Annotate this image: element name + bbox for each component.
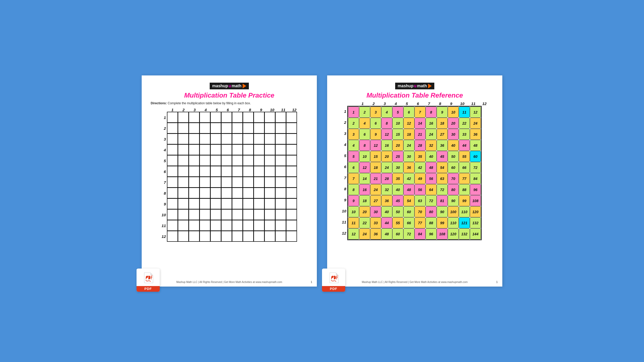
practice-cell[interactable] bbox=[210, 198, 221, 209]
practice-cell[interactable] bbox=[210, 187, 221, 199]
practice-cell[interactable] bbox=[275, 123, 286, 134]
practice-cell[interactable] bbox=[189, 166, 200, 177]
practice-cell[interactable] bbox=[199, 177, 210, 188]
practice-cell[interactable] bbox=[221, 133, 232, 144]
practice-cell[interactable] bbox=[275, 177, 286, 188]
practice-cell[interactable] bbox=[167, 198, 178, 209]
practice-cell[interactable] bbox=[232, 187, 243, 199]
practice-cell[interactable] bbox=[253, 166, 265, 177]
practice-cell[interactable] bbox=[178, 220, 189, 231]
practice-cell[interactable] bbox=[243, 166, 254, 177]
practice-cell[interactable] bbox=[221, 112, 232, 123]
practice-cell[interactable] bbox=[264, 166, 275, 177]
practice-cell[interactable] bbox=[178, 133, 189, 144]
practice-cell[interactable] bbox=[253, 155, 265, 166]
practice-cell[interactable] bbox=[264, 187, 275, 199]
practice-cell[interactable] bbox=[253, 177, 265, 188]
practice-cell[interactable] bbox=[275, 220, 286, 231]
practice-cell[interactable] bbox=[275, 198, 286, 209]
practice-cell[interactable] bbox=[286, 133, 297, 144]
practice-cell[interactable] bbox=[167, 133, 178, 144]
practice-cell[interactable] bbox=[178, 166, 189, 177]
practice-cell[interactable] bbox=[221, 123, 232, 134]
practice-cell[interactable] bbox=[221, 187, 232, 199]
practice-cell[interactable] bbox=[232, 209, 243, 220]
practice-cell[interactable] bbox=[253, 133, 265, 144]
practice-cell[interactable] bbox=[286, 220, 297, 231]
practice-cell[interactable] bbox=[286, 209, 297, 220]
practice-cell[interactable] bbox=[210, 166, 221, 177]
practice-cell[interactable] bbox=[286, 231, 297, 242]
practice-cell[interactable] bbox=[253, 220, 265, 231]
practice-cell[interactable] bbox=[189, 123, 200, 134]
practice-cell[interactable] bbox=[264, 231, 275, 242]
practice-cell[interactable] bbox=[275, 155, 286, 166]
practice-cell[interactable] bbox=[275, 166, 286, 177]
practice-cell[interactable] bbox=[286, 166, 297, 177]
practice-cell[interactable] bbox=[275, 231, 286, 242]
practice-cell[interactable] bbox=[275, 112, 286, 123]
practice-cell[interactable] bbox=[167, 209, 178, 220]
practice-cell[interactable] bbox=[199, 187, 210, 199]
practice-cell[interactable] bbox=[286, 123, 297, 134]
practice-cell[interactable] bbox=[199, 144, 210, 155]
practice-cell[interactable] bbox=[178, 177, 189, 188]
practice-cell[interactable] bbox=[243, 133, 254, 144]
practice-cell[interactable] bbox=[264, 123, 275, 134]
practice-cell[interactable] bbox=[189, 231, 200, 242]
practice-cell[interactable] bbox=[253, 144, 265, 155]
practice-cell[interactable] bbox=[232, 231, 243, 242]
practice-cell[interactable] bbox=[232, 123, 243, 134]
practice-cell[interactable] bbox=[210, 209, 221, 220]
practice-cell[interactable] bbox=[243, 231, 254, 242]
practice-cell[interactable] bbox=[189, 220, 200, 231]
practice-cell[interactable] bbox=[189, 144, 200, 155]
practice-cell[interactable] bbox=[221, 231, 232, 242]
practice-cell[interactable] bbox=[178, 187, 189, 199]
practice-cell[interactable] bbox=[189, 198, 200, 209]
practice-cell[interactable] bbox=[253, 112, 265, 123]
practice-cell[interactable] bbox=[199, 123, 210, 134]
practice-cell[interactable] bbox=[189, 209, 200, 220]
practice-cell[interactable] bbox=[167, 123, 178, 134]
practice-cell[interactable] bbox=[167, 231, 178, 242]
practice-cell[interactable] bbox=[243, 177, 254, 188]
practice-cell[interactable] bbox=[199, 209, 210, 220]
practice-cell[interactable] bbox=[275, 187, 286, 199]
practice-cell[interactable] bbox=[264, 144, 275, 155]
practice-cell[interactable] bbox=[232, 144, 243, 155]
practice-cell[interactable] bbox=[253, 123, 265, 134]
practice-cell[interactable] bbox=[199, 231, 210, 242]
practice-cell[interactable] bbox=[286, 144, 297, 155]
practice-cell[interactable] bbox=[286, 112, 297, 123]
practice-cell[interactable] bbox=[232, 166, 243, 177]
practice-cell[interactable] bbox=[275, 133, 286, 144]
practice-cell[interactable] bbox=[199, 155, 210, 166]
practice-cell[interactable] bbox=[178, 231, 189, 242]
practice-cell[interactable] bbox=[210, 177, 221, 188]
practice-cell[interactable] bbox=[286, 187, 297, 199]
practice-cell[interactable] bbox=[232, 177, 243, 188]
practice-cell[interactable] bbox=[221, 209, 232, 220]
practice-cell[interactable] bbox=[210, 220, 221, 231]
practice-cell[interactable] bbox=[243, 144, 254, 155]
practice-cell[interactable] bbox=[167, 177, 178, 188]
practice-cell[interactable] bbox=[167, 144, 178, 155]
practice-cell[interactable] bbox=[264, 209, 275, 220]
practice-cell[interactable] bbox=[264, 112, 275, 123]
practice-cell[interactable] bbox=[178, 112, 189, 123]
practice-cell[interactable] bbox=[232, 198, 243, 209]
practice-cell[interactable] bbox=[167, 166, 178, 177]
practice-cell[interactable] bbox=[264, 177, 275, 188]
practice-cell[interactable] bbox=[210, 231, 221, 242]
practice-cell[interactable] bbox=[178, 198, 189, 209]
practice-cell[interactable] bbox=[199, 112, 210, 123]
practice-cell[interactable] bbox=[199, 220, 210, 231]
practice-cell[interactable] bbox=[199, 166, 210, 177]
practice-cell[interactable] bbox=[210, 155, 221, 166]
practice-cell[interactable] bbox=[232, 155, 243, 166]
practice-cell[interactable] bbox=[221, 198, 232, 209]
practice-cell[interactable] bbox=[199, 198, 210, 209]
practice-cell[interactable] bbox=[199, 133, 210, 144]
practice-cell[interactable] bbox=[221, 166, 232, 177]
